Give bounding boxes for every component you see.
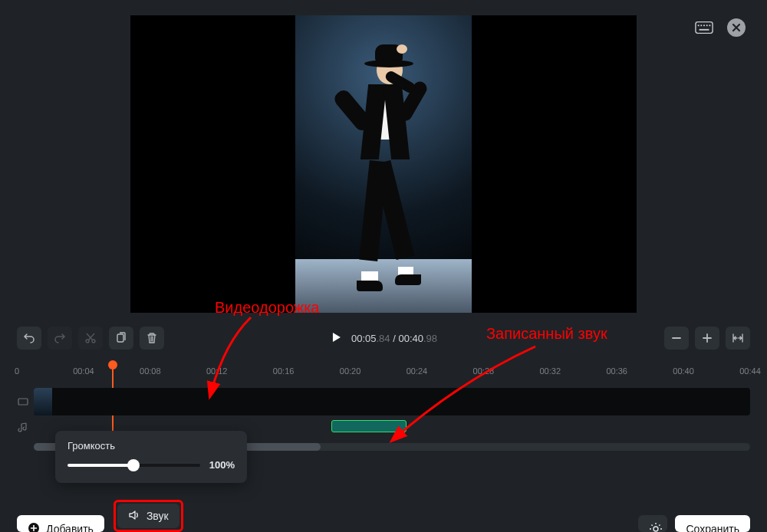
- speaker-icon: [128, 509, 140, 524]
- play-button[interactable]: [330, 331, 342, 346]
- svg-rect-5: [709, 25, 710, 26]
- keyboard-icon[interactable]: [695, 18, 713, 37]
- svg-rect-2: [700, 25, 702, 26]
- ruler-tick: 00:32: [540, 366, 561, 376]
- volume-title: Громкость: [67, 440, 235, 452]
- ruler-tick: 00:44: [739, 366, 761, 376]
- svg-rect-0: [696, 22, 713, 34]
- plus-circle-icon: [28, 522, 40, 533]
- ruler-tick: 00:40: [673, 366, 694, 376]
- cut-button: [78, 327, 103, 350]
- undo-button[interactable]: [17, 327, 41, 350]
- volume-slider[interactable]: [67, 464, 200, 467]
- save-label: Сохранить: [686, 523, 739, 532]
- settings-button[interactable]: [638, 515, 667, 532]
- svg-rect-6: [700, 29, 709, 31]
- ruler-tick: 00:12: [206, 366, 228, 376]
- ruler-tick: 00:08: [140, 366, 161, 376]
- ruler-tick: 00:20: [340, 366, 361, 376]
- ruler-tick: 00:04: [73, 366, 94, 376]
- slider-handle[interactable]: [127, 459, 140, 471]
- save-button[interactable]: Сохранить: [675, 515, 750, 532]
- add-button[interactable]: Добавить: [17, 515, 104, 532]
- add-label: Добавить: [46, 523, 94, 532]
- video-clip-thumb: [34, 388, 52, 415]
- svg-point-8: [92, 340, 95, 343]
- volume-value: 100%: [209, 459, 235, 471]
- sound-button-highlight: Звук: [114, 500, 183, 532]
- timeline-ruler[interactable]: 000:0400:0800:1200:1600:2000:2400:2800:3…: [17, 365, 750, 386]
- zoom-out-button[interactable]: [664, 327, 689, 350]
- close-icon[interactable]: [727, 18, 746, 37]
- svg-rect-1: [698, 25, 700, 26]
- ruler-tick: 00:36: [606, 366, 627, 376]
- video-track-icon: [17, 396, 29, 407]
- audio-track-icon: [17, 422, 29, 432]
- ruler-tick: 0: [15, 366, 19, 376]
- svg-rect-3: [703, 25, 705, 26]
- preview-frame: [295, 15, 472, 313]
- fit-timeline-button[interactable]: [726, 327, 750, 350]
- ruler-tick: 00:28: [473, 366, 495, 376]
- video-track[interactable]: [34, 388, 750, 415]
- video-preview[interactable]: [130, 15, 637, 313]
- svg-point-12: [653, 527, 658, 531]
- redo-button: [48, 327, 72, 350]
- sound-label: Звук: [146, 510, 169, 522]
- audio-clip[interactable]: [331, 420, 407, 432]
- svg-rect-4: [706, 25, 708, 26]
- zoom-in-button[interactable]: [695, 327, 719, 350]
- volume-popover: Громкость 100%: [55, 431, 247, 483]
- delete-button[interactable]: [140, 327, 164, 350]
- sound-button[interactable]: Звук: [117, 504, 179, 528]
- ruler-tick: 00:24: [407, 366, 428, 376]
- ruler-tick: 00:16: [273, 366, 295, 376]
- svg-rect-9: [117, 334, 123, 342]
- gear-icon: [649, 522, 663, 532]
- copy-button[interactable]: [109, 327, 133, 350]
- svg-point-7: [86, 340, 89, 343]
- svg-rect-10: [18, 399, 28, 405]
- playback-time: 00:05.84 / 00:40.98: [351, 333, 437, 344]
